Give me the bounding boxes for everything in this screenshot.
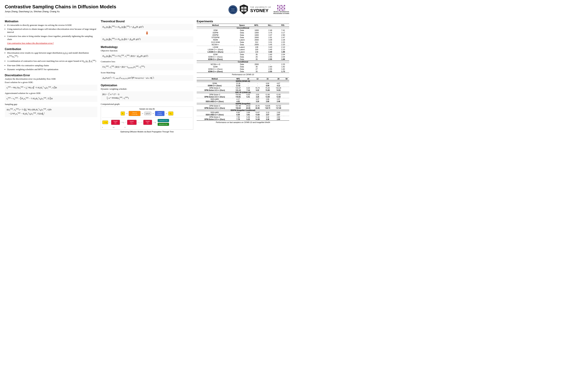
table-row: STDDPMData20002.912.47 xyxy=(197,36,289,38)
header-left: Contrastive Sampling Chains in Diffusion… xyxy=(5,4,116,13)
sampling-chain: ← xt → Sample(θτ) → xt-1 → Sample(θt-1) … xyxy=(102,118,192,128)
experiments-section: Experiments Method Space NFE↓ NLL↓ FID↓ … xyxy=(197,20,289,123)
dot xyxy=(284,5,285,6)
methodology-title: Methodology xyxy=(101,46,193,49)
motivation-title: Motivation xyxy=(5,20,97,23)
theoretical-title: Theoretical Bound xyxy=(101,20,193,23)
iddpm-imagenet-header: iDDPM (ImageNet) xyxy=(197,102,289,105)
ddpm-cifar10-header: DDPM (CIFAR-10) xyxy=(197,80,289,82)
table2-caption: Performance on fast samplers on CIFAR-10… xyxy=(197,121,289,123)
csst-logo: CENTRAL SOUTH UNIVERSITY xyxy=(228,5,237,14)
exact-ode-eq: xtSDE = Ψ(t,T)xTSDE + ∫Tt Ψ(t,τ)⎡−½ GτGτ… xyxy=(5,85,97,91)
approx-ode-eq: xtSDE = xTSDE − ⎡FTxTSDE − ½ GTGTTsθ(xTS… xyxy=(5,96,97,102)
table-row: EDM-C++ (Ours)Data352.551.88 xyxy=(197,58,289,60)
col2-12: 12 xyxy=(253,78,262,80)
table-row: DPM-Solver-3†54.566.033.55†2.90†2.65 xyxy=(197,94,289,96)
dot xyxy=(277,10,278,11)
table-1: Method Space NFE↓ NLL↓ FID↓ Unconditiona… xyxy=(197,24,289,73)
table-row: LSGMLatent1383.432.10 xyxy=(197,46,289,48)
table-2: Method NFE 10 12 15 20 50 DDPM (CIFAR-10… xyxy=(197,78,289,121)
contribution-item-3: Fine-tune DMs via contrastive sampling c… xyxy=(7,64,97,67)
top-flow-row: xt → SharedU-net (θ) → εθ(xt,t) → Linear… xyxy=(102,111,192,116)
table-row: DPM-Solver-3-C++ (Ours)†50.6322.6519.45†… xyxy=(197,107,289,109)
contribution-item-4: Dynamic weighting schedules and BPTT for… xyxy=(7,68,97,71)
obj-func-label: Objective function: xyxy=(101,49,193,52)
t-label: t xyxy=(102,126,102,128)
table-row: EDM-C++ (Ours)Data252.552.04 xyxy=(197,56,289,58)
obj-func-eq: DKL(p0‖p0SDE) ≤ Γ(xjSDE, xtSDE; β(t)) + … xyxy=(101,53,193,59)
sydney-label: SYDNEY xyxy=(250,8,268,13)
arrow-icon: → xyxy=(141,112,144,115)
table-row: CLD-SGMData3123.312.25 xyxy=(197,41,289,44)
table-row: DDIM13.36--6.844.67 xyxy=(197,82,289,84)
neurips-dots xyxy=(277,5,285,11)
contribution-item-1: Discretization error results in a gap be… xyxy=(7,52,97,58)
table-row: DPM-Solver-3-C++ (Ours)†43.815.413.25†2.… xyxy=(197,96,289,98)
sampling-gap-eq: Δ(xtSDE, xTSDE) = ½ ‖∫Tt Ψ(t,τ)[GτGτTsθ(… xyxy=(5,107,97,117)
col-nll: NLL↓ xyxy=(264,24,277,27)
dot xyxy=(280,8,282,9)
table-row: DPM-Solver-3-C++ (Ours)†21.137.145.22†5.… xyxy=(197,89,289,91)
main-content: Motivation It's intractable to directly … xyxy=(5,20,289,133)
table-row: NCSN++-GData2000-2.25 xyxy=(197,63,289,66)
arrow-icon: → … → xyxy=(137,122,143,123)
experiments-title: Experiments xyxy=(197,20,289,23)
svg-text:CENTRAL: CENTRAL xyxy=(231,8,235,9)
optimization-title: Optimization xyxy=(101,84,193,87)
motivation-question: Can contrastive loss reduce the discreti… xyxy=(7,42,97,45)
svg-rect-5 xyxy=(241,7,244,9)
table-row: DPM-Solver-3†57.4824.6219.76†18.95†17.52 xyxy=(197,105,289,107)
column-3: Experiments Method Space NFE↓ NLL↓ FID↓ … xyxy=(197,20,289,123)
disc-error-approx-label: Approximated solution for a given ODE: xyxy=(5,92,97,94)
table-row: NCSN++Data20003.452.20 xyxy=(197,44,289,46)
table1-caption: Performance on CIFAR-10 xyxy=(197,74,289,76)
table-row: EDM-C++ (Ours)Data272.551.82 xyxy=(197,68,289,70)
table-row: DPM-Solver-2-C++ (Ours)7.785.22†4.383.36… xyxy=(197,118,289,121)
motivation-list: It's intractable to directly generate im… xyxy=(5,24,97,45)
table-row: LSGM-C++ (Ours)Latent1383.401.99 xyxy=(197,51,289,53)
conditional-header: Conditional xyxy=(197,60,289,63)
flow-node-unet: SharedU-net (θ) xyxy=(128,111,140,116)
paper-title: Contrastive Sampling Chains in Diffusion… xyxy=(5,4,116,10)
contrastive-label: Contrastive loss: xyxy=(101,60,193,63)
arrow-down-icon: ⬇ xyxy=(101,31,193,35)
contribution-section: Contribution Discretization error result… xyxy=(5,48,97,72)
svg-rect-6 xyxy=(244,7,246,9)
table-row: DPM-Solver-3†24.378.20†5.73†5.43†15.29 xyxy=(197,87,289,89)
score-matching-label: Score Matching: xyxy=(101,71,193,74)
svg-rect-8 xyxy=(244,10,246,12)
col2-50: 50 xyxy=(284,78,289,80)
computational-graph: Sample one step (θ) xt → SharedU-net (θ)… xyxy=(101,106,193,130)
col-nfe: NFE↓ xyxy=(250,24,264,27)
arrow-icon: → xyxy=(126,112,128,115)
optimization-section: Optimization Dynamic weighting schedule:… xyxy=(101,84,193,132)
dot xyxy=(279,8,280,9)
theoretical-eq1: DKL(p0‖p0SDE) ≤ DKL(pt‖ptSDE) + 𝒥SM(θ; g… xyxy=(101,24,193,30)
uni-of-label: THE UNIVERSITY OF xyxy=(250,6,271,8)
disc-error-section: Discretization Error Analyse the discret… xyxy=(5,74,97,118)
col-fid: FID↓ xyxy=(277,24,289,27)
unconditional-header: Unconditional xyxy=(197,27,289,29)
beta-piecewise-eq: β(t) = ⎧ α * (T − t) ⎩ α * PSNR(xjSDE, x… xyxy=(101,91,193,101)
one-label: 1 xyxy=(125,126,126,128)
table-row: DEIS-tAB3-C++ (Ours)6.593.91†3.603.072.6… xyxy=(197,114,289,116)
column-2: Theoretical Bound DKL(p0‖p0SDE) ≤ DKL(pt… xyxy=(101,20,193,133)
flow-node-linear: LinearCombin. xyxy=(155,111,164,116)
arrow-icon: → xt-1 → xyxy=(121,121,126,123)
dot xyxy=(280,6,282,8)
chain-sample-1: Sample(θτ) xyxy=(111,120,120,125)
usyd-shield-logo xyxy=(240,4,248,15)
chain-sample-3: Sample(θ1) xyxy=(143,120,152,125)
loss-boxes: contrastive loss generative loss xyxy=(158,119,169,126)
table-row: DEIS-tAB3-C++ (Ours)4.02-3.202.802.48 xyxy=(197,100,289,102)
dot xyxy=(284,10,285,11)
dot xyxy=(280,10,282,11)
col2-20: 20 xyxy=(273,78,284,80)
col2-method: Method xyxy=(197,78,233,80)
header: Contrastive Sampling Chains in Diffusion… xyxy=(5,4,289,17)
contrastive-loss-box: contrastive loss xyxy=(158,119,169,122)
contribution-title: Contribution xyxy=(5,48,97,51)
dot xyxy=(277,8,278,9)
computational-label: Computational graph: xyxy=(101,103,193,106)
dot xyxy=(279,10,280,11)
